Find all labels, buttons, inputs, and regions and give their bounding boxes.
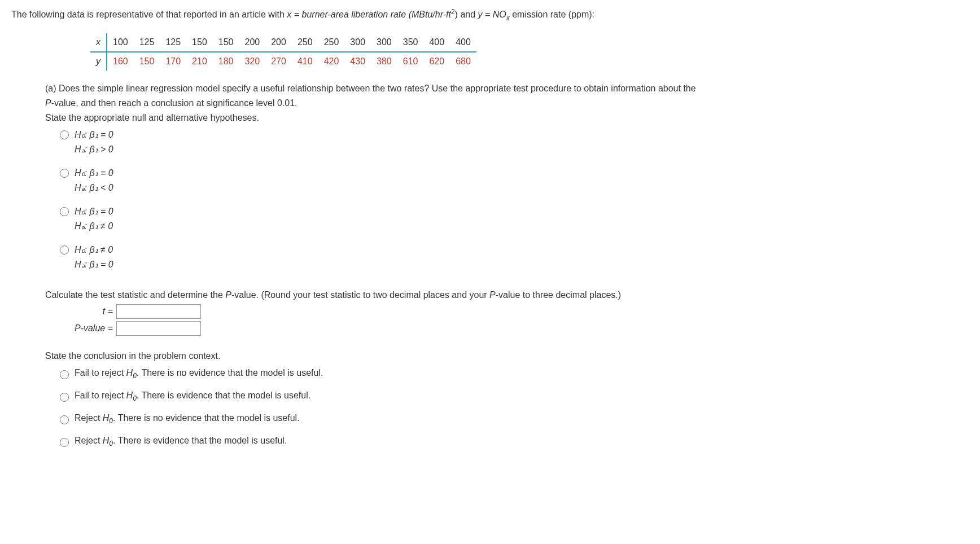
radio-icon[interactable]	[60, 370, 69, 379]
radio-icon[interactable]	[60, 169, 69, 178]
y-cell: 420	[318, 52, 345, 71]
conclusion-text: Fail to reject H0. There is no evidence …	[75, 366, 323, 381]
y-cell: 320	[239, 52, 266, 71]
x-cell: 300	[344, 33, 371, 52]
ha-text: Hₐ: β₁ < 0	[75, 183, 113, 192]
ha-text: Hₐ: β₁ ≠ 0	[75, 221, 113, 231]
x-cell: 150	[186, 33, 213, 52]
x-label: x	[90, 33, 107, 52]
part-a-q1: (a) Does the simple linear regression mo…	[45, 84, 696, 93]
conc-fail2: Fail to reject	[75, 391, 126, 400]
conclusion-options: Fail to reject H0. There is no evidence …	[60, 366, 969, 449]
x-cell: 250	[292, 33, 318, 52]
conclusion-text: Reject H0. There is evidence that the mo…	[75, 434, 287, 449]
ha-text: Hₐ: β₁ > 0	[75, 144, 113, 154]
x-cell: 150	[213, 33, 239, 52]
hypothesis-text: H₀: β₁ = 0 Hₐ: β₁ > 0	[75, 128, 113, 157]
data-table: x 100 125 125 150 150 200 200 250 250 30…	[90, 33, 476, 71]
conclusion-option-4[interactable]: Reject H0. There is evidence that the mo…	[60, 434, 969, 449]
x-cell: 350	[397, 33, 424, 52]
p-input-row: P-value =	[45, 321, 969, 336]
y-cell: 170	[160, 52, 186, 71]
conc-rej1: Reject	[75, 413, 103, 423]
part-a-line1: (a) Does the simple linear regression mo…	[45, 82, 969, 95]
h0-sub: 0	[133, 372, 137, 380]
conclusion-option-1[interactable]: Fail to reject H0. There is no evidence …	[60, 366, 969, 381]
intro-text: The following data is representative of …	[11, 7, 969, 23]
conclusion-prompt: State the conclusion in the problem cont…	[45, 349, 969, 363]
y-cell: 210	[186, 52, 213, 71]
t-input[interactable]	[116, 304, 201, 319]
conclusion-text: Fail to reject H0. There is evidence tha…	[75, 389, 310, 403]
calc-section: Calculate the test statistic and determi…	[45, 288, 969, 336]
y-cell: 680	[450, 52, 476, 71]
x-cell: 400	[450, 33, 476, 52]
intro-sq: 2	[451, 8, 455, 16]
calc-prompt: Calculate the test statistic and determi…	[45, 288, 969, 302]
conc-rest3: . There is no evidence that the model is…	[113, 413, 300, 423]
hypothesis-option-1[interactable]: H₀: β₁ = 0 Hₐ: β₁ > 0	[60, 128, 969, 157]
calc-prompt-mid: -value. (Round your test statistic to tw…	[231, 290, 489, 300]
conclusion-section: State the conclusion in the problem cont…	[45, 349, 969, 449]
y-cell: 160	[107, 52, 134, 71]
h0-text: H₀: β₁ ≠ 0	[75, 245, 113, 255]
h0-sub: 0	[133, 394, 137, 402]
y-cell: 610	[397, 52, 424, 71]
h0-italic: H	[103, 413, 110, 423]
data-table-wrapper: x 100 125 125 150 150 200 200 250 250 30…	[90, 33, 969, 71]
intro-x-close: ) and	[455, 10, 478, 19]
x-cell: 400	[423, 33, 450, 52]
h0-italic: H	[126, 368, 133, 378]
h0-text: H₀: β₁ = 0	[75, 130, 113, 139]
p-italic: P	[225, 290, 231, 300]
t-label: t =	[62, 305, 113, 318]
y-cell: 410	[292, 52, 318, 71]
x-cell: 250	[318, 33, 345, 52]
hypothesis-text: H₀: β₁ = 0 Hₐ: β₁ < 0	[75, 166, 113, 196]
hypothesis-option-3[interactable]: H₀: β₁ = 0 Hₐ: β₁ ≠ 0	[60, 205, 969, 234]
y-cell: 150	[134, 52, 160, 71]
state-hyp: State the appropriate null and alternati…	[45, 111, 969, 125]
radio-icon[interactable]	[60, 245, 69, 255]
x-cell: 200	[265, 33, 292, 52]
intro-prefix: The following data is representative of …	[11, 10, 287, 19]
radio-icon[interactable]	[60, 393, 69, 402]
ha-text: Hₐ: β₁ = 0	[75, 260, 113, 269]
part-a-q2-rest: -value, and then reach a conclusion at s…	[51, 98, 298, 108]
conclusion-text: Reject H0. There is no evidence that the…	[75, 411, 300, 426]
calc-prompt-prefix: Calculate the test statistic and determi…	[45, 290, 225, 300]
hypothesis-option-4[interactable]: H₀: β₁ ≠ 0 Hₐ: β₁ = 0	[60, 243, 969, 273]
y-label: y	[90, 52, 107, 71]
conclusion-option-3[interactable]: Reject H0. There is no evidence that the…	[60, 411, 969, 426]
intro-x-eq: x = burner-area liberation rate (MBtu/hr…	[287, 10, 451, 19]
t-input-row: t =	[62, 304, 969, 319]
hypothesis-text: H₀: β₁ ≠ 0 Hₐ: β₁ = 0	[75, 243, 113, 273]
hypothesis-option-2[interactable]: H₀: β₁ = 0 Hₐ: β₁ < 0	[60, 166, 969, 196]
table-row-y: y 160 150 170 210 180 320 270 410 420 43…	[90, 52, 476, 71]
conc-rej2: Reject	[75, 436, 103, 445]
x-cell: 300	[371, 33, 397, 52]
calc-prompt-end: -value to three decimal places.)	[496, 290, 621, 300]
table-row-x: x 100 125 125 150 150 200 200 250 250 30…	[90, 33, 476, 52]
conc-rest1: . There is no evidence that the model is…	[137, 368, 323, 378]
y-cell: 270	[265, 52, 292, 71]
conc-fail1: Fail to reject	[75, 368, 126, 378]
radio-icon[interactable]	[60, 130, 69, 139]
conclusion-option-2[interactable]: Fail to reject H0. There is evidence tha…	[60, 389, 969, 403]
x-cell: 125	[134, 33, 160, 52]
y-cell: 180	[213, 52, 239, 71]
radio-icon[interactable]	[60, 207, 69, 216]
p-label: P-value =	[45, 322, 113, 335]
radio-icon[interactable]	[60, 438, 69, 447]
question-block: (a) Does the simple linear regression mo…	[45, 82, 969, 449]
hypothesis-text: H₀: β₁ = 0 Hₐ: β₁ ≠ 0	[75, 205, 113, 234]
p-value-input[interactable]	[116, 321, 201, 336]
conc-rest2: . There is evidence that the model is us…	[137, 391, 310, 400]
x-cell: 100	[107, 33, 134, 52]
conc-rest4: . There is evidence that the model is us…	[113, 436, 287, 445]
intro-y-eq: y = NO	[478, 10, 506, 19]
part-a-line2: P-value, and then reach a conclusion at …	[45, 96, 969, 110]
intro-y-close: emission rate (ppm):	[510, 10, 594, 19]
y-cell: 380	[371, 52, 397, 71]
radio-icon[interactable]	[60, 415, 69, 424]
